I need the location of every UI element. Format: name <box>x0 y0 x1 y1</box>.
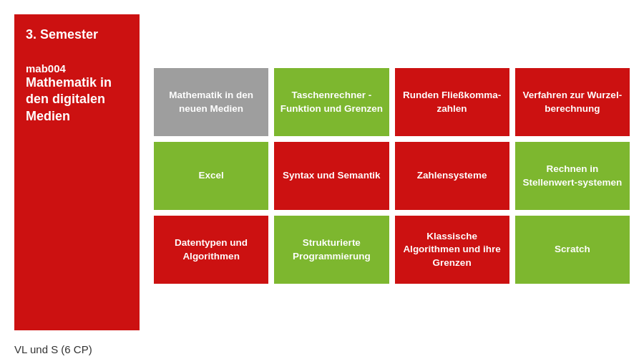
course-title: Mathematik in den digitalen Medien <box>26 75 128 125</box>
course-code: mab004 <box>26 62 128 75</box>
grid-area: Mathematik in den neuen MedienTaschenrec… <box>154 14 630 330</box>
grid-cell-0-3[interactable]: Verfahren zur Wurzel-berechnung <box>515 68 630 136</box>
grid-row-1: ExcelSyntax und SemantikZahlensystemeRec… <box>154 142 630 210</box>
grid-cell-2-3[interactable]: Scratch <box>515 216 630 284</box>
grid-cell-1-3[interactable]: Rechnen in Stellenwert-systemen <box>515 142 630 210</box>
grid-cell-1-1[interactable]: Syntax und Semantik <box>274 142 389 210</box>
main-container: 3. Semester mab004 Mathematik in den dig… <box>0 0 644 337</box>
semester-label: 3. Semester <box>26 27 128 42</box>
grid-cell-0-0[interactable]: Mathematik in den neuen Medien <box>154 68 268 136</box>
sidebar: 3. Semester mab004 Mathematik in den dig… <box>14 14 140 330</box>
grid-cell-0-1[interactable]: Taschenrechner - Funktion und Grenzen <box>274 68 389 136</box>
grid-cell-2-2[interactable]: Klassische Algorithmen und ihre Grenzen <box>395 216 509 284</box>
footer: VL und S (6 CP) <box>0 337 644 364</box>
grid-cell-0-2[interactable]: Runden Fließkomma-zahlen <box>395 68 509 136</box>
course-info: mab004 Mathematik in den digitalen Medie… <box>26 57 128 125</box>
grid-row-2: Datentypen und AlgorithmenStrukturierte … <box>154 216 630 284</box>
grid-cell-1-2[interactable]: Zahlensysteme <box>395 142 509 210</box>
grid-cell-2-1[interactable]: Strukturierte Programmierung <box>274 216 389 284</box>
footer-text: VL und S (6 CP) <box>14 343 92 355</box>
grid-cell-1-0[interactable]: Excel <box>154 142 268 210</box>
grid-row-0: Mathematik in den neuen MedienTaschenrec… <box>154 68 630 136</box>
grid-cell-2-0[interactable]: Datentypen und Algorithmen <box>154 216 268 284</box>
